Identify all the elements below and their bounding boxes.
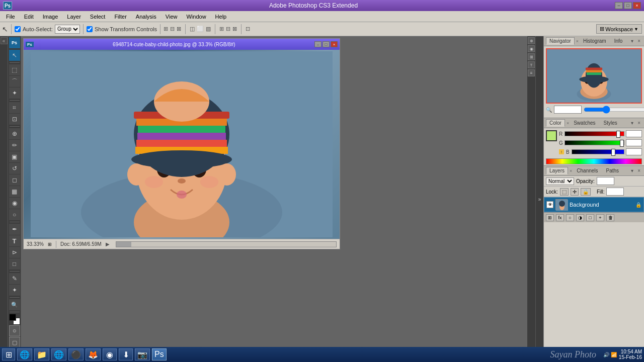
color-spectrum-bar[interactable] [546, 158, 642, 164]
navigator-zoom-input[interactable]: 33.33% [554, 106, 582, 114]
r-value-input[interactable]: 223 [626, 130, 642, 137]
doc-minimize-button[interactable]: – [314, 41, 321, 47]
lock-pixels-icon[interactable]: ⬚ [560, 188, 569, 196]
taskbar-ie[interactable]: 🌐 [17, 348, 32, 360]
shape-tool[interactable]: □ [9, 258, 20, 269]
menu-file[interactable]: File [2, 13, 19, 21]
taskbar-app3[interactable]: ⚫ [68, 348, 84, 360]
tab-styles[interactable]: Styles [600, 119, 621, 127]
collapse-right-button[interactable]: » [535, 36, 543, 362]
document-image[interactable] [24, 50, 340, 239]
panel-icon-3[interactable]: ⊞ [528, 53, 535, 60]
taskbar-app5[interactable]: 📷 [135, 348, 150, 360]
quick-mask-button[interactable]: ⊙ [9, 325, 20, 336]
layer-effects-button[interactable]: fx [556, 214, 564, 221]
tab-histogram[interactable]: Histogram [580, 37, 610, 45]
eyedropper-tool[interactable]: ✦ [9, 285, 20, 296]
panel-icon-4[interactable]: T [528, 61, 535, 68]
layers-panel-close[interactable]: × [636, 168, 642, 173]
brush-tool[interactable]: ✏ [9, 140, 20, 151]
menu-layer[interactable]: Layer [63, 13, 85, 21]
layer-visibility-toggle[interactable]: 👁 [546, 201, 553, 208]
navigator-tab-close[interactable]: × [576, 39, 579, 44]
navigator-thumbnail[interactable] [546, 48, 642, 104]
menu-edit[interactable]: Edit [20, 13, 38, 21]
zoom-tool[interactable]: 🔍 [9, 299, 20, 310]
menu-help[interactable]: Help [211, 13, 231, 21]
lasso-tool[interactable]: ⌒ [9, 76, 20, 87]
layer-group-button[interactable]: □ [586, 214, 594, 221]
start-button[interactable]: ⊞ [2, 348, 15, 360]
marquee-tool[interactable]: ⬚ [9, 64, 20, 75]
close-button[interactable]: × [633, 2, 641, 9]
layer-adjustment-button[interactable]: ◑ [576, 214, 584, 221]
tab-color[interactable]: Color [546, 119, 565, 127]
stamp-tool[interactable]: ▣ [9, 151, 20, 162]
panel-close-button[interactable]: × [636, 38, 642, 44]
g-channel-bar[interactable] [565, 140, 624, 145]
workspace-button[interactable]: ⊞ Workspace ▼ [596, 24, 642, 34]
navigator-zoom-slider[interactable] [584, 107, 644, 113]
tab-paths[interactable]: Paths [603, 167, 623, 174]
tab-layers[interactable]: Layers [546, 167, 568, 174]
blur-tool[interactable]: ◉ [9, 198, 20, 209]
eraser-tool[interactable]: ◻ [9, 174, 20, 186]
panel-menu-button[interactable]: ▾ [629, 38, 635, 44]
screen-mode-button[interactable]: ▢ [9, 337, 20, 348]
tab-swatches[interactable]: Swatches [570, 119, 599, 127]
horizontal-scrollbar[interactable] [116, 241, 337, 247]
panel-icon-5[interactable]: ≡ [528, 69, 535, 76]
new-layer-button[interactable]: + [596, 214, 604, 221]
quick-select-tool[interactable]: ✦ [9, 87, 20, 99]
move-tool[interactable]: ↖ [9, 50, 20, 61]
menu-image[interactable]: Image [39, 13, 62, 21]
text-tool[interactable]: T [9, 235, 20, 246]
taskbar-ie2[interactable]: 🌐 [51, 348, 66, 360]
layer-mask-button[interactable]: ○ [566, 214, 574, 221]
layer-item-background[interactable]: 👁 Background 🔒 [544, 197, 644, 212]
menu-view[interactable]: View [162, 13, 182, 21]
transform-checkbox[interactable] [87, 26, 93, 32]
crop-tool[interactable]: ⌗ [9, 102, 20, 113]
tab-channels[interactable]: Channels [573, 167, 601, 174]
path-select-tool[interactable]: ⊳ [9, 247, 20, 258]
color-swatch[interactable] [9, 314, 20, 325]
tab-navigator[interactable]: Navigator [546, 37, 575, 45]
b-channel-bar[interactable] [572, 149, 624, 154]
slice-tool[interactable]: ⊡ [9, 114, 20, 125]
lock-position-icon[interactable]: ✛ [571, 188, 579, 196]
layers-tab-close[interactable]: × [570, 168, 572, 173]
menu-select[interactable]: Select [86, 13, 110, 21]
opacity-input[interactable]: 100% [597, 177, 614, 185]
foreground-color-swatch[interactable] [546, 130, 557, 141]
color-panel-menu[interactable]: ▾ [629, 120, 635, 126]
g-value-input[interactable]: 255 [626, 139, 642, 146]
doc-maximize-button[interactable]: □ [323, 41, 330, 47]
zoom-out-icon[interactable]: 🔍 [546, 107, 552, 113]
color-panel-close[interactable]: × [636, 120, 642, 126]
b-value-input[interactable]: 194 [626, 148, 642, 155]
notes-tool[interactable]: ✎ [9, 273, 20, 284]
minimize-button[interactable]: – [615, 2, 623, 9]
delete-layer-button[interactable]: 🗑 [606, 214, 614, 221]
taskbar-chrome[interactable]: ◉ [103, 348, 117, 360]
layers-panel-menu[interactable]: ▾ [629, 168, 635, 173]
taskbar-photoshop[interactable]: Ps [152, 348, 167, 360]
tab-info[interactable]: Info [611, 37, 626, 45]
menu-analysis[interactable]: Analysis [132, 13, 160, 21]
menu-window[interactable]: Window [182, 13, 210, 21]
taskbar-app4[interactable]: ⬇ [119, 348, 133, 360]
menu-filter[interactable]: Filter [110, 13, 130, 21]
dodge-tool[interactable]: ○ [9, 209, 20, 220]
layer-link-button[interactable]: ⊞ [546, 214, 554, 221]
blend-mode-select[interactable]: Normal Multiply Screen [546, 177, 574, 185]
doc-close-button[interactable]: × [331, 41, 338, 47]
gradient-tool[interactable]: ▦ [9, 186, 20, 197]
status-arrow-button[interactable]: ▶ [106, 241, 110, 247]
collapse-left-button[interactable]: « [1, 37, 8, 44]
lock-all-icon[interactable]: 🔒 [581, 188, 591, 196]
fill-input[interactable]: 100% [606, 188, 624, 196]
r-channel-bar[interactable] [565, 131, 624, 136]
autoselect-checkbox[interactable] [15, 26, 21, 32]
history-tool[interactable]: ↺ [9, 163, 20, 174]
